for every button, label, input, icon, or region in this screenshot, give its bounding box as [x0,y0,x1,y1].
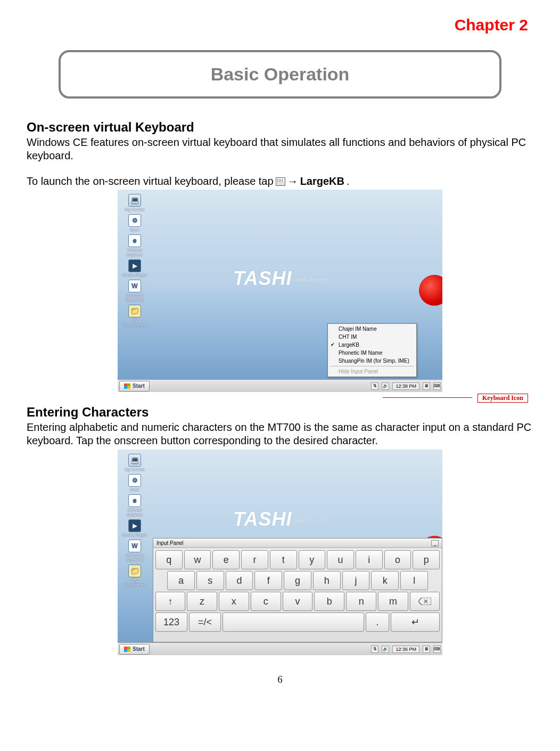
key-o[interactable]: o [384,550,411,569]
ime-menu-item-chajei[interactable]: Chajei IM Name [329,325,415,333]
keyboard-icon-callout: Keyboard Icon [27,392,533,403]
windows-flag-icon [124,647,130,652]
brand-logo: TASHIwww.ute.com [233,267,327,290]
desktop-icons: 💻My Device ⚙Boot eInternet Explorer ▶Med… [122,454,147,587]
key-x[interactable]: x [219,592,249,611]
key-u[interactable]: u [327,550,354,569]
key-d[interactable]: d [226,571,253,590]
key-h[interactable]: h [313,571,341,590]
key-l[interactable]: l [400,571,428,590]
key-b[interactable]: b [314,592,344,611]
system-tray: ⇅ 🔊 12:36 PM 🖥 ⌨ [371,646,442,653]
start-button[interactable]: Start [119,644,150,655]
desktop-icon-media-player[interactable]: ▶Media Player [122,259,147,277]
taskbar: Start ⇅ 🔊 12:36 PM 🖥 ⌨ [118,642,442,655]
key-period[interactable]: . [366,613,389,632]
key-y[interactable]: y [299,550,326,569]
keyboard-row-2: a s d f g h j k l [155,571,440,590]
ime-menu-item-cht[interactable]: CHT IM [329,333,415,341]
launch-prefix: To launch the on-screen virtual keyboard… [27,175,274,187]
key-symbols[interactable]: =/< [189,613,221,632]
taskbar-clock: 12:38 PM [392,382,419,390]
key-e[interactable]: e [212,550,240,569]
section1-paragraph: Windows CE features on-screen virtual ke… [27,136,533,162]
tray-net-icon[interactable]: ⇅ [371,382,378,390]
tray-keyboard-icon[interactable]: ⌨ [433,646,441,653]
ime-menu-item-phonetic[interactable]: Phonetic IM Name [329,349,415,357]
start-button[interactable]: Start [119,381,150,391]
taskbar: Start ⇅ 🔊 12:38 PM 🖥 ⌨ [118,379,442,392]
input-panel-minimize[interactable]: _ [431,540,439,546]
ime-menu-item-largekb[interactable]: LargeKB [329,341,415,349]
desktop-icon-wordpad[interactable]: WMicrosoft WordPad [122,280,147,303]
key-s[interactable]: s [196,571,224,590]
launch-target: LargeKB [300,175,344,187]
input-panel-title: Input Panel [157,540,184,546]
key-k[interactable]: k [371,571,399,590]
tray-desktop-icon[interactable]: 🖥 [423,646,430,653]
section-heading-entering-characters: Entering Characters [27,405,533,420]
tray-vol-icon[interactable]: 🔊 [382,382,389,390]
key-a[interactable]: a [167,571,195,590]
desktop-icon-label: Microsoft WordPad [126,553,143,562]
keyboard-row-4: 123 =/< . ↵ [155,613,440,632]
brand-subtext: www.ute.com [295,518,326,524]
keyboard-icon [276,177,285,186]
desktop-icon-my-documents[interactable]: 📁My Documents [122,565,147,587]
key-m[interactable]: m [378,592,408,611]
section-heading-virtual-keyboard: On-screen virtual Keyboard [27,120,533,135]
keyboard-row-1: q w e r t y u i o p [155,550,440,569]
key-t[interactable]: t [270,550,297,569]
key-c[interactable]: c [251,592,281,611]
desktop-icon-label: Boot [130,227,139,232]
tray-net-icon[interactable]: ⇅ [371,646,378,653]
tray-vol-icon[interactable]: 🔊 [382,646,389,653]
tray-desktop-icon[interactable]: 🖥 [423,382,430,390]
key-123[interactable]: 123 [155,613,187,632]
screenshot-input-panel: TASHIwww.ute.com 💻My Device ⚙Boot eInter… [118,450,442,655]
ime-popup-menu[interactable]: Chajei IM Name CHT IM LargeKB Phonetic I… [327,323,417,377]
desktop-icon-wordpad[interactable]: WMicrosoft WordPad [122,540,147,562]
system-tray: ⇅ 🔊 12:38 PM 🖥 ⌨ [371,382,442,390]
desktop-icon-label: My Device [125,207,144,212]
desktop-icon-boot[interactable]: ⚙Boot [122,474,147,492]
ime-menu-item-shuangpin[interactable]: ShuangPin IM (for Simp. IME) [329,357,415,365]
start-label: Start [133,383,145,389]
key-p[interactable]: p [413,550,440,569]
desktop-icon-label: My Device [125,467,144,472]
desktop-icon-boot[interactable]: ⚙Boot [122,214,147,232]
chapter-title-box: Basic Operation [59,50,501,99]
desktop-icon-my-documents[interactable]: 📁My Documents [122,305,147,328]
brand-text: TASHI [233,508,292,530]
desktop-icon-label: Boot [130,487,139,492]
key-shift[interactable]: ↑ [155,592,185,611]
page-number: 6 [27,674,533,685]
windows-flag-icon [124,383,130,389]
desktop-icon-my-device[interactable]: 💻My Device [122,194,147,212]
key-enter[interactable]: ↵ [391,613,440,632]
desktop-icon-internet-explorer[interactable]: eInternet Explorer [122,234,147,257]
tray-keyboard-icon[interactable]: ⌨ [433,382,441,390]
key-i[interactable]: i [356,550,383,569]
key-w[interactable]: w [184,550,211,569]
ime-menu-item-hide[interactable]: Hide Input Panel [329,368,415,376]
key-g[interactable]: g [284,571,311,590]
desktop-icon-internet-explorer[interactable]: eInternet Explorer [122,494,147,517]
brand-text: TASHI [233,267,292,289]
desktop-icon-media-player[interactable]: ▶Media Player [122,519,147,537]
key-space[interactable] [223,613,364,632]
desktop-icon-label: Internet Explorer [127,248,143,257]
key-j[interactable]: j [342,571,370,590]
key-f[interactable]: f [254,571,282,590]
key-z[interactable]: z [187,592,217,611]
key-q[interactable]: q [155,550,183,569]
key-backspace[interactable] [410,592,440,611]
key-r[interactable]: r [241,550,268,569]
callout-label: Keyboard Icon [477,394,528,403]
key-n[interactable]: n [346,592,376,611]
desktop-icon-my-device[interactable]: 💻My Device [122,454,147,472]
key-v[interactable]: v [283,592,313,611]
section2-paragraph: Entering alphabetic and numeric characte… [27,421,533,447]
input-panel-titlebar: Input Panel _ [153,538,442,548]
brand-red-dot [419,275,442,306]
